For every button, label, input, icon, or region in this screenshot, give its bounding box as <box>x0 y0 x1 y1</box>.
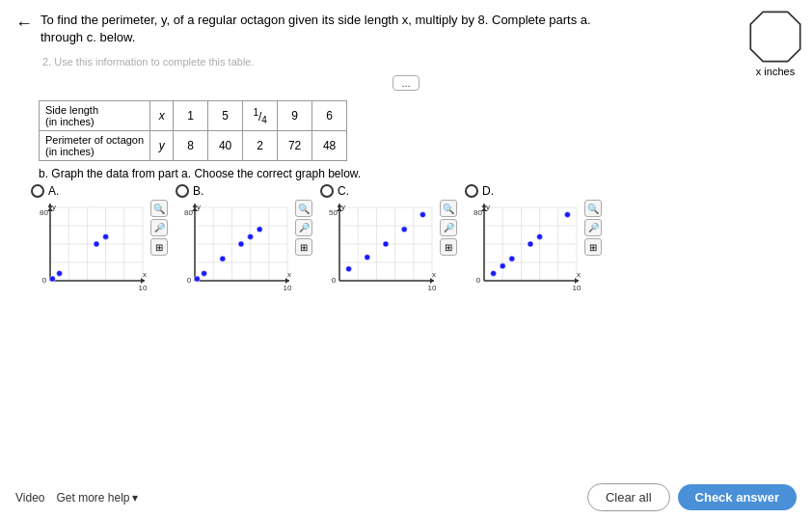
graph-b-label: B. <box>193 184 203 198</box>
table-cell: 40 <box>208 131 243 161</box>
graph-d-expand[interactable]: ⊞ <box>584 238 602 256</box>
bottom-left: Video Get more help ▾ <box>15 491 138 505</box>
octagon-diagram <box>746 8 804 66</box>
expand-button[interactable]: ... <box>392 75 419 91</box>
graph-c-zoom-out[interactable]: 🔎 <box>440 219 457 236</box>
table-cell: 1/4 <box>243 101 278 131</box>
graph-option-c: C. 🔍 🔎 ⊞ <box>320 184 457 296</box>
table-cell: 72 <box>278 131 312 161</box>
radio-c[interactable] <box>320 184 334 198</box>
graph-a-zoom-out[interactable]: 🔎 <box>150 219 168 236</box>
graph-b-expand[interactable]: ⊞ <box>295 238 312 256</box>
video-link[interactable]: Video <box>15 491 44 505</box>
main-container: ← To find the perimeter, y, of a regular… <box>0 0 812 519</box>
graph-d-label: D. <box>482 184 494 198</box>
table-cell: 9 <box>278 101 312 131</box>
graph-b-wrapper: 🔍 🔎 ⊞ <box>176 200 312 296</box>
y-var: y <box>150 131 174 161</box>
graphs-row: A. 🔍 🔎 ⊞ B. <box>31 184 797 296</box>
graph-a-wrapper: 🔍 🔎 ⊞ <box>31 200 168 296</box>
expand-row: ... <box>15 71 797 95</box>
x-inches-label: x inches <box>756 66 795 77</box>
table-row-side-length: Side length(in inches) x 1 5 1/4 9 6 <box>40 101 347 131</box>
help-label: Get more help <box>56 491 129 505</box>
graph-b-label-row: B. <box>176 184 203 198</box>
radio-a[interactable] <box>31 184 44 198</box>
table-cell: 48 <box>312 131 347 161</box>
radio-d[interactable] <box>465 184 478 198</box>
header-row: ← To find the perimeter, y, of a regular… <box>15 12 797 46</box>
problem-text: To find the perimeter, y, of a regular o… <box>41 12 619 46</box>
graph-a-zoom-in[interactable]: 🔍 <box>150 200 168 217</box>
graph-b-canvas <box>176 200 291 296</box>
graph-a-icons: 🔍 🔎 ⊞ <box>150 200 168 256</box>
clear-all-button[interactable]: Clear all <box>587 483 670 511</box>
graph-option-a: A. 🔍 🔎 ⊞ <box>31 184 168 296</box>
table-cell: 2 <box>243 131 278 161</box>
graph-c-zoom-in[interactable]: 🔍 <box>440 200 457 217</box>
graph-c-label: C. <box>338 184 349 198</box>
table-cell: 1 <box>174 101 208 131</box>
radio-b[interactable] <box>176 184 189 198</box>
bottom-right: Clear all Check answer <box>587 483 797 511</box>
graph-c-icons: 🔍 🔎 ⊞ <box>440 200 457 256</box>
graph-a-label-row: A. <box>31 184 59 198</box>
graph-d-zoom-out[interactable]: 🔎 <box>584 219 602 236</box>
svg-marker-0 <box>750 12 799 61</box>
blurred-instruction: 2. Use this information to complete this… <box>42 56 797 68</box>
graph-d-canvas <box>465 200 581 296</box>
check-answer-button[interactable]: Check answer <box>678 484 797 510</box>
table-row-perimeter: Perimeter of octagon(in inches) y 8 40 2… <box>40 131 347 161</box>
graph-c-label-row: C. <box>320 184 349 198</box>
graph-c-wrapper: 🔍 🔎 ⊞ <box>320 200 457 296</box>
graph-d-wrapper: 🔍 🔎 ⊞ <box>465 200 602 296</box>
table-cell: 6 <box>312 101 347 131</box>
graph-a-expand[interactable]: ⊞ <box>150 238 168 256</box>
back-arrow-icon[interactable]: ← <box>15 14 33 34</box>
graph-a-label: A. <box>48 184 59 198</box>
bottom-bar: Video Get more help ▾ Clear all Check an… <box>0 483 812 511</box>
help-chevron-icon: ▾ <box>132 491 138 505</box>
graph-a-canvas <box>31 200 147 296</box>
graph-d-icons: 🔍 🔎 ⊞ <box>584 200 602 256</box>
help-link[interactable]: Get more help ▾ <box>56 491 137 505</box>
x-var: x <box>150 101 174 131</box>
graph-c-canvas <box>320 200 436 296</box>
table-cell: 5 <box>208 101 243 131</box>
graph-option-d: D. 🔍 🔎 ⊞ <box>465 184 602 296</box>
side-length-label: Side length(in inches) <box>40 101 150 131</box>
graph-d-zoom-in[interactable]: 🔍 <box>584 200 602 217</box>
perimeter-label: Perimeter of octagon(in inches) <box>40 131 150 161</box>
section-b-label: b. Graph the data from part a. Choose th… <box>39 167 797 180</box>
graph-b-icons: 🔍 🔎 ⊞ <box>295 200 312 256</box>
graph-option-b: B. 🔍 🔎 ⊞ <box>176 184 312 296</box>
graph-d-label-row: D. <box>465 184 494 198</box>
graph-b-zoom-in[interactable]: 🔍 <box>295 200 312 217</box>
graph-c-expand[interactable]: ⊞ <box>440 238 457 256</box>
data-table: Side length(in inches) x 1 5 1/4 9 6 Per… <box>39 100 347 161</box>
graph-b-zoom-out[interactable]: 🔎 <box>295 219 312 236</box>
table-cell: 8 <box>174 131 208 161</box>
data-table-section: Side length(in inches) x 1 5 1/4 9 6 Per… <box>39 100 797 161</box>
